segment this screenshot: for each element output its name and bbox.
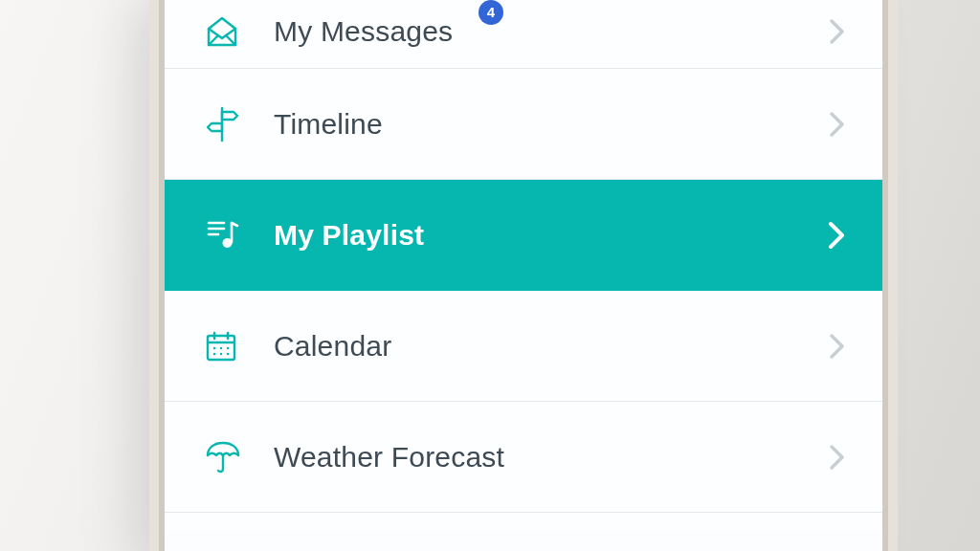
svg-point-13	[220, 352, 222, 354]
chevron-right-icon	[829, 443, 846, 472]
svg-point-4	[223, 238, 233, 248]
menu-item-weather[interactable]: Weather Forecast	[165, 402, 882, 513]
menu-item-label: My Playlist	[274, 219, 827, 252]
music-note-icon	[205, 217, 258, 253]
menu-item-label: Calendar	[274, 330, 829, 363]
svg-point-12	[213, 352, 215, 354]
menu-item-label: Timeline	[274, 108, 829, 141]
chevron-right-icon	[829, 110, 846, 139]
menu-item-calendar[interactable]: Calendar	[165, 291, 882, 402]
chevron-right-icon	[829, 332, 846, 361]
umbrella-icon	[205, 440, 258, 474]
menu-item-playlist[interactable]: My Playlist	[165, 180, 882, 291]
messages-badge: 4	[479, 0, 503, 25]
screen: My Messages4	[165, 0, 882, 551]
menu-list: My Messages4	[165, 0, 882, 532]
svg-point-14	[227, 352, 229, 354]
svg-point-11	[227, 346, 229, 348]
device-frame: My Messages4	[149, 0, 898, 551]
chevron-right-icon	[829, 17, 846, 46]
menu-item-messages[interactable]: My Messages4	[165, 0, 882, 69]
menu-item-timeline[interactable]: Timeline	[165, 69, 882, 180]
menu-item-label: Weather Forecast	[274, 441, 829, 474]
svg-point-10	[220, 346, 222, 348]
device-bezel: My Messages4	[159, 0, 888, 551]
menu-item-peek	[165, 513, 882, 532]
menu-item-label: My Messages4	[274, 15, 829, 48]
calendar-icon	[205, 330, 258, 363]
svg-point-9	[213, 346, 215, 348]
signpost-icon	[205, 106, 258, 143]
chevron-right-icon	[827, 219, 846, 252]
envelope-icon	[205, 15, 258, 48]
